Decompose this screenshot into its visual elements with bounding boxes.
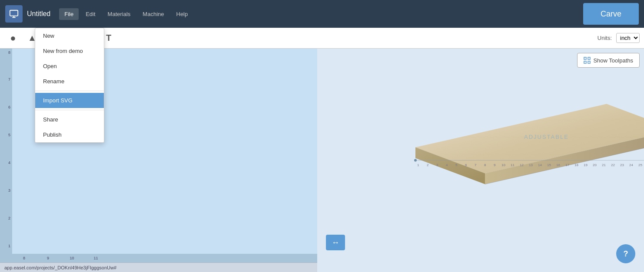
ruler-v-tick-3: 3 [8, 188, 10, 193]
ruler-h-tick-8: 8 [12, 256, 36, 260]
menu-materials[interactable]: Materials [103, 8, 136, 20]
dropdown-publish[interactable]: Publish [35, 127, 104, 142]
svg-text:10: 10 [501, 163, 505, 167]
menu-file[interactable]: File [59, 8, 79, 20]
svg-text:20: 20 [593, 163, 597, 167]
svg-text:9: 9 [494, 163, 496, 167]
ruler-v-tick-8: 8 [8, 50, 10, 55]
ruler-h-tick-10: 10 [60, 256, 84, 260]
svg-text:12: 12 [520, 163, 524, 167]
app-layout: Untitled File Edit Materials Machine Hel… [0, 0, 644, 272]
app-icon [5, 5, 23, 23]
svg-text:24: 24 [629, 163, 633, 167]
svg-text:1: 1 [417, 163, 419, 167]
carve-button[interactable]: Carve [583, 3, 639, 25]
status-url: app.easel.com/projects/_DOKnI49He3jFIggg… [4, 265, 116, 270]
arrow-icon: ↔ [332, 238, 339, 247]
topbar: Untitled File Edit Materials Machine Hel… [0, 0, 644, 28]
svg-text:5: 5 [455, 163, 458, 167]
monitor-icon [9, 9, 19, 19]
svg-text:23: 23 [620, 163, 624, 167]
menu-help[interactable]: Help [171, 8, 193, 20]
units-select[interactable]: inch mm [616, 33, 640, 43]
ruler-v-tick-4: 4 [8, 161, 10, 165]
wood-label-text: ADJUSTABLE [524, 133, 569, 140]
dropdown-divider-1 [35, 91, 104, 91]
file-dropdown: New New from demo Open Rename Import SVG… [35, 28, 104, 143]
ruler-v-tick-1: 1 [8, 244, 10, 248]
svg-rect-0 [10, 10, 18, 16]
dropdown-divider-2 [35, 110, 104, 110]
wood-3d-view: ADJUSTABLE 1 2 3 4 5 6 7 8 9 10 11 12 13 [389, 60, 644, 269]
svg-text:4: 4 [446, 163, 448, 167]
ruler-v-tick-7: 7 [8, 77, 10, 82]
app-title: Untitled [27, 10, 50, 18]
svg-text:16: 16 [556, 163, 560, 167]
chat-icon: ? [624, 249, 628, 259]
svg-rect-4 [588, 57, 590, 59]
chat-button[interactable]: ? [616, 244, 635, 263]
svg-text:6: 6 [465, 163, 467, 167]
units-label: Units: [598, 35, 612, 41]
dropdown-share[interactable]: Share [35, 112, 104, 127]
svg-text:19: 19 [584, 163, 588, 167]
corner-dot-bl [414, 159, 417, 161]
dropdown-open[interactable]: Open [35, 59, 104, 74]
menu-edit[interactable]: Edit [80, 8, 100, 20]
vertical-ruler: 8 7 6 5 4 3 2 1 [0, 49, 12, 254]
arrow-button[interactable]: ↔ [326, 235, 345, 250]
svg-text:18: 18 [574, 163, 578, 167]
ruler-v-tick-2: 2 [8, 216, 10, 220]
svg-text:22: 22 [611, 163, 615, 167]
svg-text:15: 15 [547, 163, 551, 167]
svg-text:14: 14 [538, 163, 542, 167]
svg-text:3: 3 [436, 163, 438, 167]
right-section: Show Toolpaths [317, 49, 644, 272]
ruler-h-tick-9: 9 [36, 256, 60, 260]
ruler-v-tick-5: 5 [8, 133, 10, 137]
svg-text:8: 8 [484, 163, 486, 167]
dropdown-rename[interactable]: Rename [35, 74, 104, 89]
menu-bar: File Edit Materials Machine Help [59, 8, 583, 20]
ruler-v-tick-6: 6 [8, 105, 10, 109]
svg-text:17: 17 [565, 163, 569, 167]
dropdown-new-from-demo[interactable]: New from demo [35, 43, 104, 59]
status-bar: app.easel.com/projects/_DOKnI49He3jFIggg… [0, 262, 317, 272]
svg-text:11: 11 [511, 163, 515, 167]
svg-text:2: 2 [427, 163, 429, 167]
svg-text:21: 21 [602, 163, 606, 167]
svg-rect-3 [584, 57, 586, 59]
dropdown-import-svg[interactable]: Import SVG [35, 93, 104, 108]
svg-text:25: 25 [638, 163, 642, 167]
circle-tool-button[interactable]: ● [4, 30, 22, 46]
svg-text:13: 13 [529, 163, 533, 167]
ruler-h-tick-11: 11 [84, 256, 108, 260]
dropdown-new[interactable]: New [35, 28, 104, 43]
menu-machine[interactable]: Machine [137, 8, 169, 20]
svg-text:7: 7 [475, 163, 477, 167]
horizontal-ruler: 8 9 10 11 [0, 254, 317, 262]
